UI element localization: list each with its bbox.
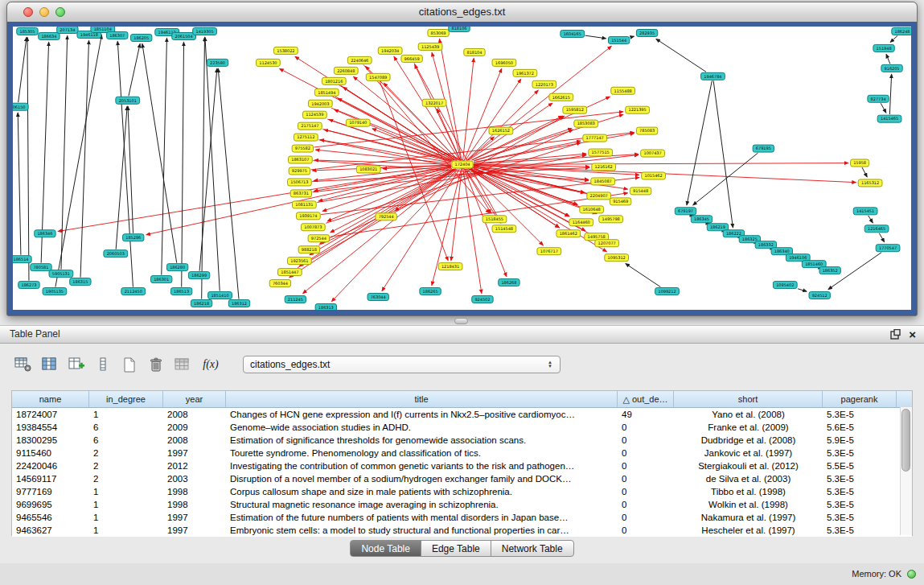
column-header-short[interactable]: short: [674, 391, 823, 407]
graph-node[interactable]: 186312: [228, 300, 249, 307]
graph-node[interactable]: 2204907: [587, 192, 611, 200]
graph-node[interactable]: 679197: [675, 208, 696, 215]
zoom-window-button[interactable]: [55, 7, 65, 17]
cell-title[interactable]: Structural magnetic resonance image aver…: [226, 498, 618, 511]
cell-year[interactable]: 2009: [163, 421, 226, 434]
graph-node[interactable]: 1961372: [513, 69, 537, 76]
cell-title[interactable]: Genome–wide association studies in ADHD.: [226, 421, 618, 434]
cell-name[interactable]: 9465546: [12, 511, 89, 524]
graph-node[interactable]: 1861462: [556, 230, 581, 237]
graph-node[interactable]: 1220173: [532, 80, 556, 88]
table-row[interactable]: 946554611997Estimation of the future num…: [12, 511, 912, 524]
graph-node[interactable]: 186273: [18, 282, 39, 289]
graph-node[interactable]: 1923561: [287, 257, 311, 265]
cell-short[interactable]: Nakamura et al. (1997): [674, 511, 823, 524]
graph-node[interactable]: 186265: [420, 288, 441, 295]
graph-node[interactable]: 818106: [449, 27, 470, 31]
graph-node[interactable]: 1777147: [583, 134, 607, 142]
cell-short[interactable]: Hescheler et al. (1997): [674, 524, 823, 537]
graph-node[interactable]: 186301: [150, 276, 171, 283]
graph-node[interactable]: 1595812: [563, 106, 587, 113]
graph-node[interactable]: 1221395: [626, 106, 650, 113]
graph-node[interactable]: 282935: [636, 29, 657, 36]
cell-title[interactable]: Disruption of a novel member of a sodium…: [226, 472, 618, 485]
graph-node[interactable]: 207134: [57, 27, 78, 33]
graph-node[interactable]: 760344: [269, 280, 290, 287]
column-header-name[interactable]: name: [12, 391, 89, 407]
graph-node[interactable]: 1218431: [438, 263, 462, 270]
graph-node[interactable]: 929975: [289, 167, 310, 175]
cell-in_degree[interactable]: 2: [89, 459, 163, 472]
graph-node[interactable]: 223580: [207, 59, 228, 66]
create-column-icon[interactable]: [66, 355, 87, 374]
column-header-in_degree[interactable]: in_degree: [89, 391, 163, 407]
graph-node[interactable]: 972544: [308, 235, 329, 242]
cell-out_degree[interactable]: 0: [618, 459, 674, 472]
cell-title[interactable]: Changes of HCN gene expression and I(f) …: [226, 408, 618, 421]
cell-pagerank[interactable]: 5.3E-5: [823, 472, 897, 485]
cell-out_degree[interactable]: 0: [618, 434, 674, 447]
graph-node[interactable]: 1124530: [257, 59, 281, 66]
row-tools-icon[interactable]: [92, 355, 113, 374]
graph-node[interactable]: 1007873: [301, 224, 325, 231]
graph-node[interactable]: 1851447: [278, 269, 302, 276]
graph-node[interactable]: 1851410: [208, 292, 232, 299]
panel-splitter-handle[interactable]: [454, 318, 468, 324]
graph-node[interactable]: 1165312: [858, 179, 882, 187]
table-row[interactable]: 1456911722003Disruption of a novel membe…: [12, 472, 912, 485]
cell-short[interactable]: Yano et al. (2008): [674, 408, 823, 421]
graph-node[interactable]: 185286: [123, 234, 144, 241]
cell-pagerank[interactable]: 5.3E-5: [823, 511, 897, 524]
graph-node[interactable]: 1939174: [296, 212, 320, 220]
graph-node[interactable]: 1164460: [569, 219, 593, 226]
graph-node[interactable]: 1415451: [853, 208, 877, 215]
graph-node[interactable]: 186280: [166, 264, 187, 271]
graph-node[interactable]: 1081131: [292, 201, 316, 208]
graph-node[interactable]: 172404: [452, 161, 473, 168]
graph-node[interactable]: 186299: [188, 272, 209, 279]
graph-node[interactable]: 2260848: [334, 67, 358, 74]
cell-in_degree[interactable]: 1: [89, 524, 163, 537]
graph-node[interactable]: 186315: [70, 278, 91, 286]
cell-in_degree[interactable]: 1: [89, 511, 163, 524]
graph-node[interactable]: 15958: [851, 159, 869, 167]
cell-year[interactable]: 1997: [163, 524, 226, 537]
graph-node[interactable]: 1942003: [308, 100, 332, 107]
cell-in_degree[interactable]: 1: [89, 498, 163, 511]
table-row[interactable]: 1938455462009Genome–wide association stu…: [12, 421, 912, 434]
table-scrollbar[interactable]: [900, 407, 912, 535]
cell-pagerank[interactable]: 5.3E-5: [823, 485, 897, 498]
cell-short[interactable]: Tibbo et al. (1998): [674, 485, 823, 498]
graph-node[interactable]: 1662615: [549, 93, 573, 101]
column-header-title[interactable]: title: [226, 391, 618, 407]
cell-in_degree[interactable]: 2: [89, 447, 163, 459]
graph-node[interactable]: 1275112: [294, 134, 318, 141]
scrollbar-thumb[interactable]: [901, 409, 910, 472]
table-row[interactable]: 1830029562008Estimation of significance …: [12, 434, 912, 447]
cell-name[interactable]: 14569117: [12, 472, 89, 485]
graph-node[interactable]: 1853083: [574, 120, 598, 127]
cell-year[interactable]: 2012: [163, 459, 226, 472]
graph-node[interactable]: 2061504: [172, 32, 196, 39]
graph-node[interactable]: 1863107: [288, 156, 312, 163]
graph-node[interactable]: 988218: [298, 246, 319, 253]
table-selector-dropdown[interactable]: citations_edges.txt ▲▼: [243, 356, 561, 373]
graph-node[interactable]: 792544: [376, 213, 396, 220]
graph-node[interactable]: 1518455: [483, 216, 507, 223]
cell-year[interactable]: 2008: [163, 434, 226, 447]
graph-node[interactable]: 2175147: [298, 122, 322, 130]
cell-name[interactable]: 9115460: [12, 447, 89, 459]
cell-title[interactable]: Corpus callosum shape and size in male p…: [226, 485, 618, 498]
cell-pagerank[interactable]: 5.3E-5: [823, 408, 897, 421]
graph-node[interactable]: 1125439: [418, 43, 442, 50]
graph-node[interactable]: 2112450: [121, 288, 146, 295]
cell-out_degree[interactable]: 0: [618, 511, 674, 524]
function-builder-icon[interactable]: f(x): [199, 355, 223, 374]
graph-node[interactable]: 924502: [472, 296, 493, 303]
show-columns-icon[interactable]: [39, 355, 60, 374]
graph-node[interactable]: 1415465: [877, 115, 901, 122]
cell-short[interactable]: Dudbridge et al. (2008): [674, 434, 823, 447]
cell-pagerank[interactable]: 5.3E-5: [823, 447, 897, 459]
column-header-year[interactable]: year: [163, 391, 226, 407]
cell-title[interactable]: Tourette syndrome. Phenomenology and cla…: [226, 447, 618, 459]
